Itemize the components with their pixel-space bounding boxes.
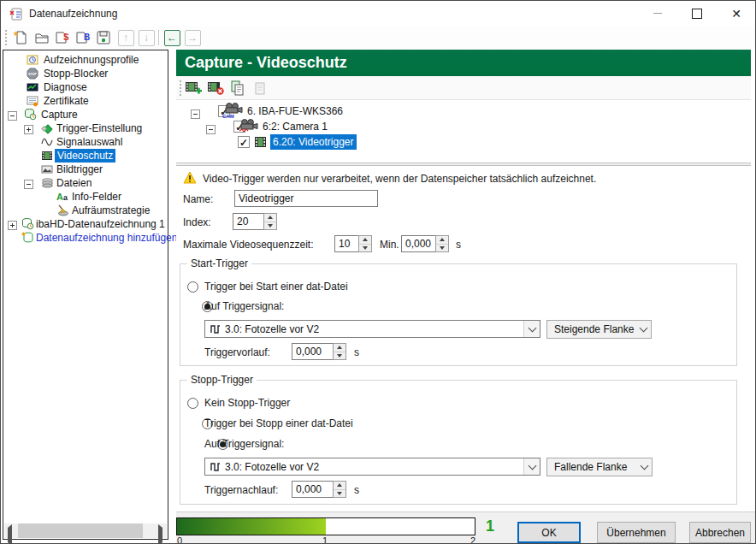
start-signal-value: 3.0: Fotozelle vor V2 — [225, 323, 319, 335]
pretrigger-spinner[interactable]: 0,000 — [292, 343, 346, 360]
dropdown-button[interactable] — [523, 458, 540, 475]
scroll-left-icon[interactable] — [8, 528, 12, 543]
apply-button[interactable]: Übernehmen — [597, 522, 676, 543]
tree-row-module[interactable]: CAM 6. IBA-FUE-WKS366 — [176, 103, 751, 119]
expand-toggle[interactable] — [24, 125, 33, 134]
name-label: Name: — [183, 193, 213, 205]
sidebar-item-datenaufzeichnung-hinzufuegen[interactable]: Datenaufzeichnung hinzufügen ... — [3, 231, 168, 245]
start-signal-combo[interactable]: 3.0: Fotozelle vor V2 — [204, 320, 540, 338]
no-stop-trigger-label[interactable]: Kein Stopp-Trigger — [204, 397, 290, 409]
dropdown-button[interactable] — [635, 321, 651, 338]
spin-down-icon[interactable] — [359, 245, 371, 252]
sidebar-item-label: Diagnose — [44, 80, 87, 94]
ok-button[interactable]: OK — [517, 522, 581, 543]
scrollbar-thumb[interactable] — [18, 523, 143, 538]
page-title: Capture - Videoschutz — [176, 50, 751, 76]
sidebar-item-label: Signalauswahl — [56, 135, 122, 149]
sidebar-item-aufraeumstrategie[interactable]: Aufräumstrategie — [3, 204, 168, 217]
collapse-toggle[interactable] — [206, 125, 216, 134]
stop-edge-combo[interactable]: Fallende Flanke — [546, 458, 653, 476]
expand-toggle[interactable] — [8, 221, 17, 230]
stop-on-signal-label[interactable]: Auf Triggersignal: — [204, 438, 284, 450]
close-button[interactable]: ✕ — [718, 1, 755, 26]
sidebar-item-ibahd-datenaufzeichnung[interactable]: ibaHD-Datenaufzeichnung 1 — [3, 217, 168, 231]
posttrigger-spinner[interactable]: 0,000 — [292, 481, 346, 498]
sidebar-item-capture[interactable]: Capture — [3, 108, 168, 121]
stop-signal-combo[interactable]: 3.0: Fotozelle vor V2 — [204, 458, 540, 476]
spin-down-icon[interactable] — [334, 490, 346, 498]
sidebar-item-zertifikate[interactable]: Zertifikate — [3, 94, 168, 108]
tree-row-videotrigger[interactable]: 6.20: Videotrigger — [176, 134, 751, 150]
add-videotrigger-button[interactable] — [184, 79, 203, 98]
stop-on-datfile-label[interactable]: Trigger bei Stopp einer dat-Datei — [204, 417, 353, 429]
open-file-button[interactable] — [32, 28, 51, 47]
sidebar-item-dateien[interactable]: Dateien — [3, 176, 168, 190]
posttrigger-value[interactable]: 0,000 — [292, 481, 333, 498]
save-as-b-button[interactable]: B — [74, 28, 92, 47]
start-edge-value: Steigende Flanke — [554, 323, 634, 335]
pretrigger-value[interactable]: 0,000 — [292, 343, 333, 360]
sidebar-item-aufzeichnungsprofile[interactable]: Aufzeichnungsprofile — [3, 53, 168, 67]
spin-up-icon[interactable] — [264, 214, 276, 222]
nav-forward-button[interactable]: → — [183, 28, 202, 47]
sidebar-item-videoschutz[interactable]: Videoschutz — [3, 149, 168, 163]
toolbar-grip[interactable] — [5, 30, 7, 45]
sidebar-item-info-felder[interactable]: Aa Info-Felder — [3, 190, 168, 204]
sidebar-item-diagnose[interactable]: Diagnose — [3, 80, 168, 94]
scale-2: 2 — [470, 535, 475, 544]
cancel-button[interactable]: Abbrechen — [689, 522, 751, 543]
sidebar-item-trigger-einstellung[interactable]: Trigger-Einstellung — [3, 121, 168, 135]
maxseq-value2[interactable]: 0,000 — [401, 235, 435, 252]
collapse-toggle[interactable] — [24, 180, 33, 189]
minimize-button[interactable] — [639, 1, 676, 26]
no-stop-trigger-radio[interactable] — [187, 398, 198, 409]
start-on-datfile-label[interactable]: Trigger bei Start einer dat-Datei — [204, 281, 348, 293]
spin-up-icon[interactable] — [359, 236, 371, 245]
maxseq-label: Maximale Videosequenzzeit: — [183, 239, 314, 251]
move-down-button[interactable]: ↓ — [137, 28, 156, 47]
sidebar-item-bildtrigger[interactable]: Bildtrigger — [3, 163, 168, 176]
spin-up-icon[interactable] — [436, 236, 448, 245]
spin-up-icon[interactable] — [334, 482, 346, 490]
spin-down-icon[interactable] — [264, 222, 276, 230]
move-up-button[interactable]: ↑ — [116, 28, 135, 47]
new-file-button[interactable] — [11, 28, 30, 47]
maxseq-spinner[interactable]: 10 — [334, 235, 372, 252]
sidebar-hscrollbar[interactable] — [4, 523, 167, 538]
scroll-right-icon[interactable] — [158, 528, 162, 543]
index-spinner[interactable]: 20 — [233, 213, 277, 230]
sidebar-item-label: Trigger-Einstellung — [56, 121, 142, 135]
paste-button[interactable] — [251, 79, 269, 98]
trigger-count: 1 — [486, 517, 494, 535]
sidebar-item-signalauswahl[interactable]: Signalauswahl — [3, 135, 168, 149]
start-on-datfile-radio[interactable] — [187, 281, 198, 293]
dropdown-button[interactable] — [523, 321, 540, 337]
remove-videotrigger-button[interactable] — [206, 79, 225, 98]
subtoolbar-grip[interactable] — [180, 80, 181, 96]
stop-edge-value: Fallende Flanke — [554, 461, 627, 473]
videotrigger-checkbox[interactable] — [238, 136, 250, 148]
dropdown-button[interactable] — [636, 458, 652, 476]
start-on-signal-label[interactable]: Auf Triggersignal: — [204, 300, 284, 312]
maximize-button[interactable] — [678, 1, 716, 26]
spin-up-icon[interactable] — [334, 344, 346, 352]
collapse-toggle[interactable] — [8, 111, 17, 121]
spin-down-icon[interactable] — [334, 352, 346, 360]
save-as-s-button[interactable]: S — [53, 28, 72, 47]
maxseq-unit-label: s — [456, 239, 461, 251]
sidebar-tree: Aufzeichnungsprofile STOP Stopp-Blocker … — [3, 50, 168, 540]
collapse-toggle[interactable] — [191, 109, 200, 119]
maxseq-spinner2[interactable]: 0,000 — [401, 235, 449, 252]
spin-down-icon[interactable] — [436, 245, 448, 252]
name-input[interactable]: Videotrigger — [234, 190, 378, 207]
save-button[interactable] — [94, 28, 113, 47]
sidebar-item-stopp-blocker[interactable]: STOP Stopp-Blocker — [3, 67, 168, 80]
start-edge-combo[interactable]: Steigende Flanke — [546, 320, 652, 339]
index-value[interactable]: 20 — [233, 213, 263, 230]
tree-row-camera[interactable]: 6:2: Camera 1 — [176, 119, 751, 134]
copy-button[interactable] — [228, 79, 247, 98]
maxseq-value[interactable]: 10 — [334, 235, 358, 252]
nav-back-button[interactable]: ← — [162, 28, 181, 47]
file-s-icon: S — [54, 30, 71, 45]
warning-text: Video-Trigger werden nur verarbeitet, we… — [203, 173, 596, 185]
